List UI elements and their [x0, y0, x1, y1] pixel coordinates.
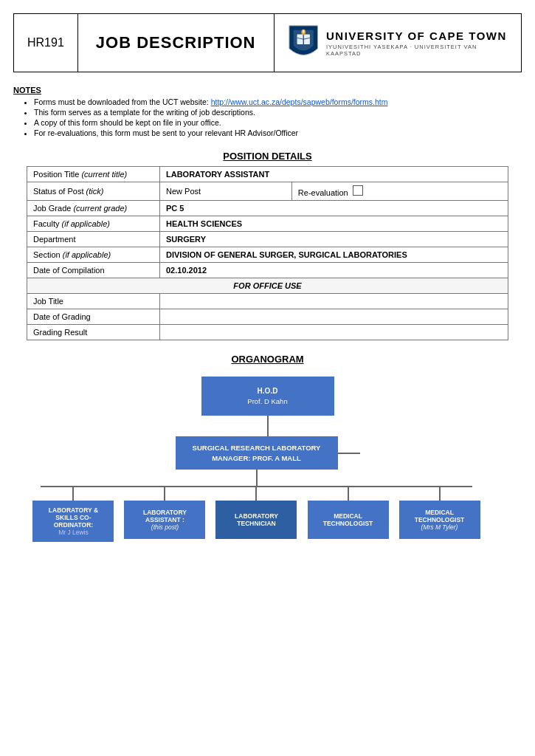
table-row-date-grading: Date of Grading	[27, 309, 508, 325]
value-position-title: LABORATORY ASSISTANT	[160, 167, 508, 182]
table-row-job-title: Job Title	[27, 294, 508, 309]
note-item-4: For re-evaluations, this form must be se…	[34, 128, 522, 137]
value-section: DIVISION OF GENERAL SURGER, SURGICAL LAB…	[160, 247, 508, 263]
manager-line1: SURGICAL RESEARCH LABORATORY	[186, 444, 328, 452]
table-row-status: Status of Post (tick) New Post Re-evalua…	[27, 182, 508, 201]
label-job-grade: Job Grade (current grade)	[27, 201, 160, 216]
branch2-line3: (this post)	[151, 523, 179, 531]
label-status: Status of Post (tick)	[27, 182, 160, 201]
connector-branch-1	[72, 487, 74, 501]
branch1-line1: LABORATORY &	[49, 506, 98, 514]
note-item-3: A copy of this form should be kept on fi…	[34, 118, 522, 127]
org-chart: H.O.D Prof. D Kahn SURGICAL RESEARCH LAB…	[13, 377, 522, 557]
org-branch-lab-technician: LABORATORY TECHNICIAN	[210, 487, 302, 542]
hod-line2: Prof. D Kahn	[212, 397, 324, 405]
header: HR191 JOB DESCRIPTION UNIVERSITY OF CAPE…	[13, 13, 522, 72]
branch1-line3: ORDINATOR:	[54, 521, 94, 529]
branches-container: LABORATORY & SKILLS CO- ORDINATOR: Mr J …	[13, 486, 522, 542]
label-grading-result: Grading Result	[27, 325, 160, 340]
branch1-line2: SKILLS CO-	[55, 514, 91, 521]
office-use-label: FOR OFFICE USE	[27, 278, 508, 294]
organogram-title: ORGANOGRAM	[13, 354, 522, 365]
table-row-grading-result: Grading Result	[27, 325, 508, 340]
uct-link[interactable]: http://www.uct.ac.za/depts/sapweb/forms/…	[211, 97, 388, 106]
hod-line1: H.O.D	[212, 387, 324, 395]
org-branch-med-tech-1: MEDICAL TECHNOLOGIST	[303, 487, 394, 542]
table-row-position-title: Position Title (current title) LABORATOR…	[27, 167, 508, 182]
org-box-hod: H.O.D Prof. D Kahn	[201, 377, 334, 416]
organogram-section: ORGANOGRAM H.O.D Prof. D Kahn SURGICAL R…	[13, 354, 522, 557]
value-department: SURGERY	[160, 232, 508, 247]
label-job-title: Job Title	[27, 294, 160, 309]
label-position-title: Position Title (current title)	[27, 167, 160, 182]
svg-point-5	[302, 30, 304, 33]
branch2-line2: ASSISTANT :	[145, 516, 184, 523]
manager-side-connector	[338, 453, 360, 454]
connector-manager-branches	[256, 470, 258, 486]
table-row-section: Section (if applicable) DIVISION OF GENE…	[27, 247, 508, 263]
value-new-post: New Post	[160, 182, 292, 201]
position-details-title: POSITION DETAILS	[13, 151, 522, 162]
org-box-med-tech-2: MEDICAL TECHNOLOGIST (Mrs M Tyler)	[399, 501, 480, 539]
org-box-lab-technician: LABORATORY TECHNICIAN	[215, 501, 297, 539]
branch-boxes-row: LABORATORY & SKILLS CO- ORDINATOR: Mr J …	[27, 487, 485, 542]
org-branch-med-tech-2: MEDICAL TECHNOLOGIST (Mrs M Tyler)	[394, 487, 486, 542]
connector-hod-manager	[267, 416, 269, 436]
header-code: HR191	[14, 14, 78, 72]
table-row-faculty: Faculty (if applicable) HEALTH SCIENCES	[27, 216, 508, 232]
label-faculty: Faculty (if applicable)	[27, 216, 160, 232]
org-branch-lab-skills: LABORATORY & SKILLS CO- ORDINATOR: Mr J …	[27, 487, 119, 542]
org-box-lab-skills: LABORATORY & SKILLS CO- ORDINATOR: Mr J …	[32, 501, 114, 542]
uct-text: UNIVERSITY OF CAPE TOWN IYUNIVESITHI YAS…	[326, 30, 508, 57]
position-details-section: POSITION DETAILS Position Title (current…	[13, 151, 522, 340]
notes-list: Forms must be downloaded from the UCT we…	[13, 97, 522, 137]
position-details-table: Position Title (current title) LABORATOR…	[27, 166, 508, 340]
org-box-lab-assistant: LABORATORY ASSISTANT : (this post)	[124, 501, 205, 539]
re-eval-checkbox[interactable]	[353, 185, 363, 196]
notes-section: NOTES Forms must be downloaded from the …	[13, 86, 522, 137]
label-date: Date of Compilation	[27, 263, 160, 278]
table-row-date: Date of Compilation 02.10.2012	[27, 263, 508, 278]
value-job-title	[160, 294, 508, 309]
value-grading-result	[160, 325, 508, 340]
branch3-line2: TECHNICIAN	[237, 520, 275, 527]
branch2-line1: LABORATORY	[143, 509, 187, 516]
branch5-line3: (Mrs M Tyler)	[421, 523, 458, 531]
header-title: JOB DESCRIPTION	[78, 14, 275, 72]
connector-branch-3	[255, 487, 257, 501]
manager-line2: MANAGER: PROF. A MALL	[186, 454, 328, 462]
label-section: Section (if applicable)	[27, 247, 160, 263]
label-date-grading: Date of Grading	[27, 309, 160, 325]
header-logo: UNIVERSITY OF CAPE TOWN IYUNIVESITHI YAS…	[275, 14, 521, 72]
connector-branch-5	[439, 487, 441, 501]
value-date-grading	[160, 309, 508, 325]
branch1-line4: Mr J Lewis	[58, 529, 89, 536]
org-box-manager: SURGICAL RESEARCH LABORATORY MANAGER: PR…	[176, 436, 338, 470]
uct-shield-icon	[288, 24, 319, 62]
table-row-job-grade: Job Grade (current grade) PC 5	[27, 201, 508, 216]
connector-branch-2	[164, 487, 165, 501]
label-department: Department	[27, 232, 160, 247]
value-job-grade: PC 5	[160, 201, 508, 216]
value-faculty: HEALTH SCIENCES	[160, 216, 508, 232]
note-item-1: Forms must be downloaded from the UCT we…	[34, 97, 522, 106]
branch5-line2: TECHNOLOGIST	[415, 516, 465, 523]
manager-row: SURGICAL RESEARCH LABORATORY MANAGER: PR…	[176, 436, 360, 470]
note-item-2: This form serves as a template for the w…	[34, 108, 522, 117]
branch5-line1: MEDICAL	[425, 509, 454, 516]
org-box-med-tech-1: MEDICAL TECHNOLOGIST	[308, 501, 389, 539]
connector-branch-4	[348, 487, 349, 501]
table-row-department: Department SURGERY	[27, 232, 508, 247]
value-re-evaluation: Re-evaluation	[291, 182, 508, 201]
value-date: 02.10.2012	[160, 263, 508, 278]
org-branch-lab-assistant: LABORATORY ASSISTANT : (this post)	[119, 487, 210, 542]
notes-title: NOTES	[13, 86, 522, 94]
branch4-line2: TECHNOLOGIST	[323, 520, 373, 527]
branch3-line1: LABORATORY	[235, 512, 278, 520]
table-row-office-use-header: FOR OFFICE USE	[27, 278, 508, 294]
branch4-line1: MEDICAL	[334, 512, 362, 520]
